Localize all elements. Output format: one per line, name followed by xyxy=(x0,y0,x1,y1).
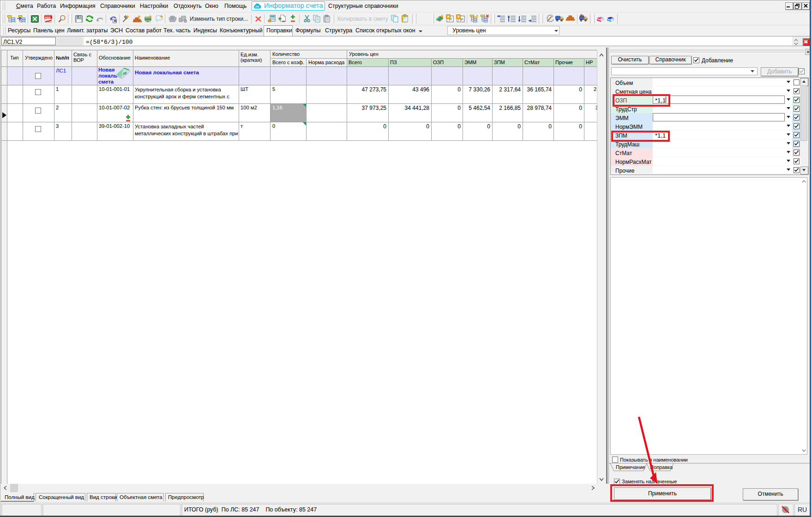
svg-text:✱: ✱ xyxy=(114,19,116,23)
svg-text:PDF: PDF xyxy=(45,16,51,19)
